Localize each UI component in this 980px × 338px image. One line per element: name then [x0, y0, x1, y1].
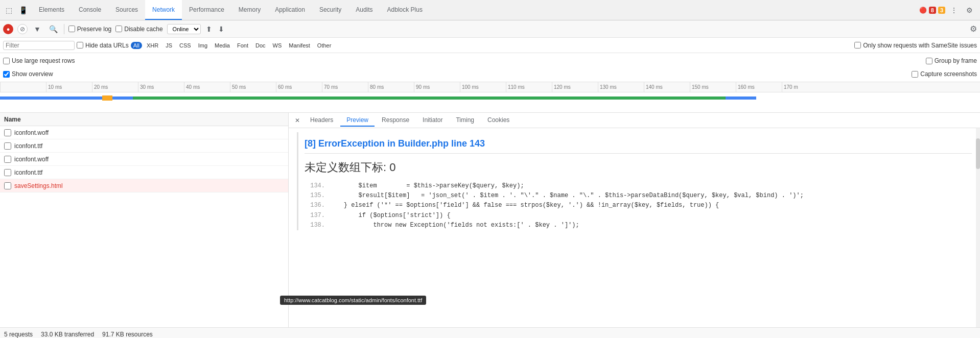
tab-performance[interactable]: Performance	[182, 0, 231, 20]
tab-security[interactable]: Security	[312, 0, 348, 20]
settings-icon[interactable]: ⚙	[963, 4, 976, 17]
transfer-size: 33.0 KB transferred	[41, 331, 94, 338]
tick-80: 80 ms	[368, 82, 384, 92]
tab-sources[interactable]: Sources	[108, 0, 145, 20]
tick-120: 120 ms	[552, 82, 571, 92]
preserve-log-checkbox[interactable]	[68, 26, 75, 32]
filter-type-ws[interactable]: WS	[270, 42, 285, 49]
capture-section: Capture screenshots	[912, 70, 977, 78]
list-item-error[interactable]: saveSettings.html	[0, 179, 288, 192]
tab-preview[interactable]: Preview	[340, 114, 375, 127]
item-checkbox[interactable]	[4, 169, 11, 176]
group-by-frame-checkbox[interactable]	[926, 58, 932, 64]
large-rows-label[interactable]: Use large request rows	[3, 57, 75, 64]
line-num: 136.	[305, 201, 325, 210]
group-by-frame-label[interactable]: Group by frame	[926, 57, 977, 64]
preview-subtitle: 未定义数组下标: 0	[305, 160, 972, 175]
hide-data-urls-label[interactable]: Hide data URLs	[77, 42, 129, 49]
line-content: if ($options['strict']) {	[329, 211, 451, 221]
code-line-137: 137. if ($options['strict']) {	[305, 211, 972, 221]
more-options-icon[interactable]: ⋮	[947, 4, 961, 17]
disable-cache-checkbox[interactable]	[115, 26, 122, 32]
line-content: } elseif ('*' == $options['field'] && fa…	[329, 201, 719, 210]
tab-initiator[interactable]: Initiator	[416, 114, 449, 127]
filter-input[interactable]	[6, 42, 72, 49]
tab-response[interactable]: Response	[376, 114, 415, 127]
tick-50: 50 ms	[230, 82, 246, 92]
list-item[interactable]: iconfont.woff	[0, 153, 288, 166]
filter-type-font[interactable]: Font	[235, 42, 251, 49]
list-item[interactable]: iconfont.ttf	[0, 166, 288, 179]
filter-icon[interactable]: ▼	[32, 24, 43, 34]
filter-type-manifest[interactable]: Manifest	[286, 42, 313, 49]
same-site-checkbox[interactable]	[854, 42, 861, 49]
show-overview-label[interactable]: Show overview	[3, 70, 53, 78]
tick-150: 150 ms	[690, 82, 709, 92]
preserve-log-label[interactable]: Preserve log	[68, 26, 111, 33]
list-item[interactable]: iconfont.woff	[0, 126, 288, 139]
line-num: 135.	[305, 191, 325, 201]
line-content: throw new Exception('fields not exists:[…	[329, 221, 579, 230]
item-checkbox[interactable]	[4, 129, 11, 136]
scrollbar-thumb[interactable]	[976, 138, 980, 169]
filter-type-css[interactable]: CSS	[177, 42, 194, 49]
item-name: iconfont.woff	[14, 129, 284, 136]
tick-90: 90 ms	[414, 82, 430, 92]
request-count: 5 requests	[4, 331, 33, 338]
tick-30: 30 ms	[138, 82, 154, 92]
list-item[interactable]: iconfont.ttf	[0, 139, 288, 153]
devtools-icons: ⬚ 📱	[0, 0, 32, 20]
close-panel-icon[interactable]: ✕	[292, 116, 303, 125]
clear-button[interactable]: ⊘	[17, 24, 28, 34]
capture-screenshots-label[interactable]: Capture screenshots	[912, 70, 977, 78]
checkbox-row-2: Show overview Capture screenshots	[3, 67, 977, 81]
tab-memory[interactable]: Memory	[231, 0, 268, 20]
filter-type-other[interactable]: Other	[315, 42, 334, 49]
timeline-final-blue	[726, 96, 756, 100]
toolbar-settings-icon[interactable]: ⚙	[970, 24, 977, 34]
device-icon[interactable]: 📱	[16, 4, 30, 17]
tab-audits[interactable]: Audits	[348, 0, 380, 20]
tab-application[interactable]: Application	[268, 0, 312, 20]
search-icon[interactable]: 🔍	[47, 24, 60, 34]
tick-70: 70 ms	[322, 82, 338, 92]
upload-icon[interactable]: ⬆	[205, 24, 213, 34]
item-checkbox[interactable]	[4, 142, 11, 150]
request-list: Name iconfont.woff iconfont.ttf iconfont…	[0, 113, 289, 327]
filter-type-xhr[interactable]: XHR	[144, 42, 161, 49]
filter-type-media[interactable]: Media	[212, 42, 232, 49]
tab-headers[interactable]: Headers	[304, 114, 339, 127]
filter-type-all[interactable]: All	[131, 42, 142, 49]
filter-row: Hide data URLs All XHR JS CSS Img Media …	[0, 38, 980, 53]
filter-type-js[interactable]: JS	[163, 42, 175, 49]
tick-0	[0, 82, 2, 92]
line-num: 137.	[305, 211, 325, 221]
show-overview-checkbox[interactable]	[3, 71, 10, 78]
tick-110: 110 ms	[506, 82, 525, 92]
tick-130: 130 ms	[598, 82, 617, 92]
hide-data-urls-checkbox[interactable]	[77, 42, 83, 49]
scrollbar[interactable]	[976, 128, 980, 327]
tab-elements[interactable]: Elements	[32, 0, 72, 20]
tick-20: 20 ms	[92, 82, 108, 92]
checkbox-row-1: Use large request rows Group by frame	[3, 54, 977, 67]
request-list-header: Name	[0, 113, 288, 126]
capture-screenshots-checkbox[interactable]	[912, 71, 918, 78]
tab-cookies[interactable]: Cookies	[481, 114, 516, 127]
filter-type-img[interactable]: Img	[196, 42, 210, 49]
large-rows-checkbox[interactable]	[3, 58, 10, 64]
filter-type-doc[interactable]: Doc	[253, 42, 268, 49]
download-icon[interactable]: ⬇	[217, 24, 225, 34]
tick-160: 160 ms	[736, 82, 755, 92]
tab-adblock[interactable]: Adblock Plus	[380, 0, 430, 20]
tab-timing[interactable]: Timing	[450, 114, 480, 127]
item-checkbox[interactable]	[4, 182, 11, 189]
tab-network[interactable]: Network	[145, 0, 182, 20]
inspect-icon[interactable]: ⬚	[2, 4, 15, 17]
timeline-bars	[0, 92, 980, 113]
throttle-select[interactable]: Online	[167, 24, 201, 34]
disable-cache-label[interactable]: Disable cache	[115, 26, 162, 33]
tab-console[interactable]: Console	[72, 0, 108, 20]
record-button[interactable]: ●	[3, 24, 13, 34]
item-checkbox[interactable]	[4, 156, 11, 163]
